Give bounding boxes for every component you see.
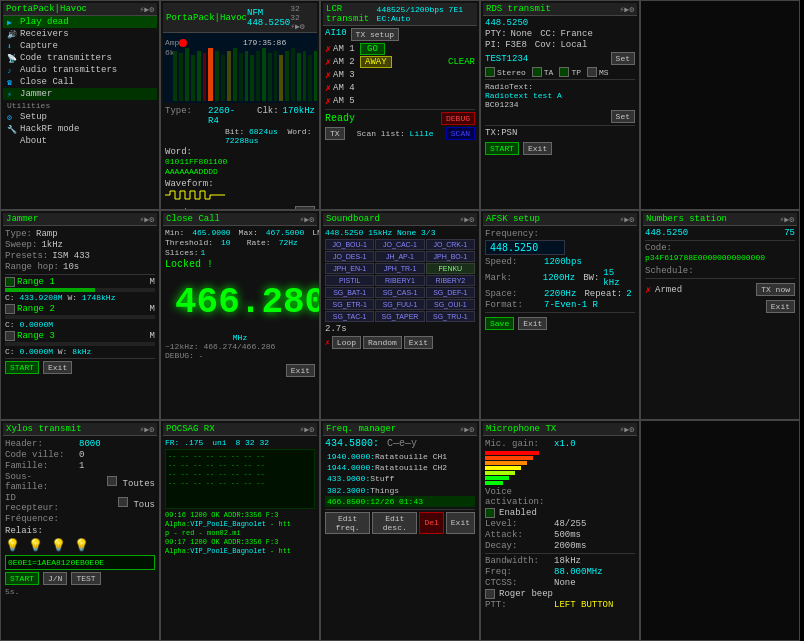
jammer-start-button[interactable]: START: [5, 361, 39, 374]
menu-code-tx[interactable]: 📡 Code transmitters: [3, 52, 157, 64]
menu-capture[interactable]: ⬇ Capture: [3, 40, 157, 52]
del-button[interactable]: Del: [419, 512, 443, 534]
ns-freq-row: 448.5250 75: [645, 228, 795, 238]
svg-rect-16: [239, 53, 243, 101]
ns-exit-button[interactable]: Exit: [766, 300, 795, 313]
set1-button[interactable]: Set: [611, 52, 635, 65]
jammer-exit-button[interactable]: Exit: [43, 361, 72, 374]
afsk-icons: ⚡▶⚙: [620, 215, 634, 224]
sound-jph-en[interactable]: JPH_EN-1: [325, 263, 374, 274]
range3-section: Range 3 M C: 0.0000M W: 8kHz: [5, 331, 155, 356]
ta-checkbox[interactable]: [532, 67, 542, 77]
freq-item-5[interactable]: 466.8500:12/26 01:43: [325, 496, 475, 507]
sound-jo-crk[interactable]: JO_CRK-1: [426, 239, 475, 250]
sound-sg-taper[interactable]: SG_TAPER: [375, 311, 424, 322]
ms-checkbox[interactable]: [587, 67, 597, 77]
freq-item-1[interactable]: 1940.0000:Ratatouille CH1: [325, 451, 475, 462]
freq-item-3[interactable]: 433.9000:Stuff: [325, 473, 475, 484]
soundboard-exit-button[interactable]: Exit: [404, 336, 433, 349]
menu-hackrf[interactable]: 🔧 HackRF mode: [3, 123, 157, 135]
menu-close-call[interactable]: ☎ Close Call: [3, 76, 157, 88]
sub-freq: ~12kHz: 466.274/466.286: [165, 342, 315, 351]
pocsag-msg-5: Alpha:VIP_PoolE_Bagnolet - htt: [165, 547, 315, 556]
ptt-label: PTT:: [485, 600, 550, 610]
sound-jo-bou[interactable]: JO_BOU-1: [325, 239, 374, 250]
sound-sg-etr[interactable]: SG_ETR-1: [325, 299, 374, 310]
afsk-freq-val-row: [485, 240, 635, 255]
tp-checkbox[interactable]: [559, 67, 569, 77]
freq-input[interactable]: [485, 240, 565, 255]
save-button[interactable]: Save: [485, 317, 514, 330]
sound-jh-ap[interactable]: JH_AP-1: [375, 251, 424, 262]
tx-now-button[interactable]: TX now: [756, 283, 795, 296]
jn-button[interactable]: J/N: [43, 572, 67, 585]
range2-checkbox[interactable]: [5, 304, 15, 314]
play-icon: ▶: [7, 18, 17, 27]
menu-audio-tx[interactable]: ♪ Audio transmitters: [3, 64, 157, 76]
code-ville-label: Code ville:: [5, 450, 75, 460]
sound-sg-tac[interactable]: SG_TAC-1: [325, 311, 374, 322]
menu-receivers[interactable]: 🔊 Receivers: [3, 28, 157, 40]
sound-jph-tr[interactable]: JPH_TR-1: [375, 263, 424, 274]
sweep-label: Sweep:: [5, 240, 37, 250]
range1-checkbox[interactable]: [5, 277, 15, 287]
sound-ribery1[interactable]: RIBERY1: [375, 275, 424, 286]
lcr-tx-button[interactable]: TX: [325, 127, 345, 140]
sound-pistil[interactable]: PISTIL: [325, 275, 374, 286]
go-button[interactable]: GO: [360, 43, 385, 55]
cov-label: Cov:: [535, 40, 557, 50]
waveform-label: Waveform:: [165, 179, 214, 189]
space-label: Space:: [485, 289, 540, 299]
sound-jo-cac[interactable]: JO_CAC-1: [375, 239, 424, 250]
afsk-exit-button[interactable]: Exit: [518, 317, 547, 330]
sound-sg-oui[interactable]: SG_OUI-1: [426, 299, 475, 310]
menu-jammer[interactable]: ⚡ Jammer: [3, 88, 157, 100]
toutes-checkbox[interactable]: [107, 476, 117, 486]
random-button[interactable]: Random: [363, 336, 402, 349]
away-button[interactable]: AWAY: [360, 56, 392, 68]
set2-button[interactable]: Set: [611, 110, 635, 123]
loop-button[interactable]: Loop: [332, 336, 361, 349]
exit-button[interactable]: Exit: [523, 142, 552, 155]
xylos-test-button[interactable]: TEST: [71, 572, 100, 585]
ns-icons: ⚡▶⚙: [780, 215, 794, 224]
roger-beep-checkbox[interactable]: [485, 589, 495, 599]
sound-ribery2[interactable]: RIBERY2: [426, 275, 475, 286]
sound-sg-tru[interactable]: SG_TRU-1: [426, 311, 475, 322]
debug-button[interactable]: DEBUG: [441, 112, 475, 125]
soundboard-panel: Soundboard ⚡▶⚙ 448.5250 15kHz None 3/3 J…: [320, 210, 480, 420]
armed-row: ✗ Armed TX now: [645, 283, 795, 296]
xylos-buttons: START J/N TEST: [5, 572, 155, 585]
hop-val: 10s: [63, 262, 79, 272]
stereo-checkbox[interactable]: [485, 67, 495, 77]
jammer-hop-row: Range hop: 10s: [5, 262, 155, 272]
range3-checkbox[interactable]: [5, 331, 15, 341]
sound-sg-fuu[interactable]: SG_FUU-1: [375, 299, 424, 310]
freq-item-4[interactable]: 382.3000:Things: [325, 485, 475, 496]
sound-jo-des[interactable]: JO_DES-1: [325, 251, 374, 262]
sound-sg-cas[interactable]: SG_CAS-1: [375, 287, 424, 298]
menu-setup[interactable]: ⚙ Setup: [3, 111, 157, 123]
menu-play-dead[interactable]: ▶ Play dead: [3, 16, 157, 28]
start-button[interactable]: START: [485, 142, 519, 155]
soundboard-buttons: ✗ Loop Random Exit: [325, 336, 475, 349]
close-call-exit-button[interactable]: Exit: [286, 364, 315, 377]
sound-sg-bat[interactable]: SG_BAT-1: [325, 287, 374, 298]
slices-row: Threshold: 10 Rate: 72Hz: [165, 238, 315, 247]
tx-setup-button[interactable]: TX setup: [351, 28, 399, 41]
freq-item-2[interactable]: 1944.0000:Ratatouille CH2: [325, 462, 475, 473]
edit-freq-button[interactable]: Edit freq.: [325, 512, 370, 534]
menu-about[interactable]: About: [3, 135, 157, 147]
tous-checkbox[interactable]: [118, 497, 128, 507]
sound-fenku[interactable]: FENKU: [426, 263, 475, 274]
lcr-scan-row: TX Scan list: Lille SCAN: [325, 127, 475, 140]
scan-button[interactable]: SCAN: [446, 127, 475, 140]
enabled-checkbox[interactable]: [485, 508, 495, 518]
sound-jph-bo[interactable]: JPH_BO-1: [426, 251, 475, 262]
bit-info: Bit: 6824us Word: 72288us: [225, 127, 315, 145]
sound-sg-def[interactable]: SG_DEF-1: [426, 287, 475, 298]
edit-desc-button[interactable]: Edit desc.: [372, 512, 417, 534]
header-val: 8000: [79, 439, 101, 449]
xylos-start-button[interactable]: START: [5, 572, 39, 585]
freq-manager-exit-button[interactable]: Exit: [446, 512, 475, 534]
